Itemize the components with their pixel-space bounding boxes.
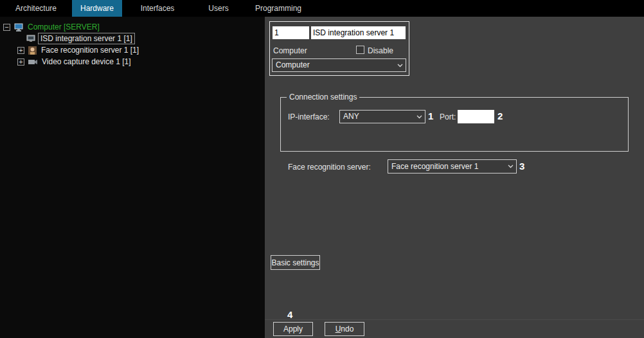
ip-interface-select[interactable]: ANY — [339, 110, 425, 123]
tab-basic-settings[interactable]: Basic settings — [271, 255, 320, 270]
tree-item-computer[interactable]: Computer [SERVER] — [3, 21, 102, 33]
expand-icon[interactable] — [17, 58, 24, 66]
footer-divider — [265, 319, 644, 320]
chevron-down-icon — [416, 115, 422, 119]
port-field[interactable] — [458, 110, 494, 123]
disable-label: Disable — [368, 46, 393, 55]
hardware-tree-panel: Computer [SERVER] ISD integration server… — [0, 17, 265, 338]
camera-icon — [28, 58, 37, 66]
disable-checkbox[interactable] — [356, 46, 364, 54]
chevron-down-icon — [397, 64, 403, 67]
ip-interface-value: ANY — [343, 112, 359, 121]
object-name-field[interactable] — [311, 26, 406, 39]
collapse-icon[interactable] — [3, 24, 10, 31]
object-id-field[interactable] — [273, 26, 309, 39]
computer-icon — [14, 23, 23, 31]
expand-icon[interactable] — [17, 47, 24, 54]
face-recognition-server-value: Face recognition server 1 — [391, 162, 478, 171]
face-recognition-server-label: Face recognition server: — [288, 163, 371, 172]
top-nav: Architecture Hardware Interfaces Users P… — [0, 0, 644, 17]
server-icon — [26, 35, 35, 43]
tree-item-isd-integration-server[interactable]: ISD integration server 1 [1] — [26, 33, 135, 44]
tree-item-label: ISD integration server 1 [1] — [38, 33, 135, 44]
computer-select-value: Computer — [276, 60, 310, 69]
callout-2: 2 — [497, 111, 503, 121]
tree-item-label: Computer [SERVER] — [26, 22, 102, 32]
tree-item-face-recognition-server[interactable]: Face recognition server 1 [1] — [17, 44, 141, 56]
face-icon — [28, 46, 37, 55]
face-recognition-server-select[interactable]: Face recognition server 1 — [388, 159, 517, 173]
connection-settings-group — [280, 97, 629, 152]
connection-settings-title: Connection settings — [287, 93, 359, 102]
apply-button[interactable]: Apply — [273, 322, 313, 336]
tree-item-label: Face recognition server 1 [1] — [39, 45, 141, 55]
tab-users[interactable]: Users — [193, 0, 244, 17]
tree-item-label: Video capture device 1 [1] — [40, 57, 133, 67]
ip-interface-label: IP-interface: — [288, 112, 330, 121]
computer-select[interactable]: Computer — [272, 58, 406, 72]
tab-programming[interactable]: Programming — [244, 0, 312, 17]
undo-button[interactable]: Undo — [325, 322, 364, 336]
callout-4: 4 — [287, 309, 292, 320]
tab-architecture[interactable]: Architecture — [0, 0, 72, 17]
tree-item-video-capture-device[interactable]: Video capture device 1 [1] — [17, 56, 133, 67]
computer-label: Computer — [273, 46, 307, 55]
port-label: Port: — [440, 112, 456, 121]
callout-1: 1 — [428, 111, 433, 121]
tab-hardware[interactable]: Hardware — [72, 0, 122, 17]
callout-3: 3 — [519, 161, 524, 172]
chevron-down-icon — [508, 165, 514, 168]
app-window: Architecture Hardware Interfaces Users P… — [0, 0, 644, 338]
tab-interfaces[interactable]: Interfaces — [122, 0, 193, 17]
